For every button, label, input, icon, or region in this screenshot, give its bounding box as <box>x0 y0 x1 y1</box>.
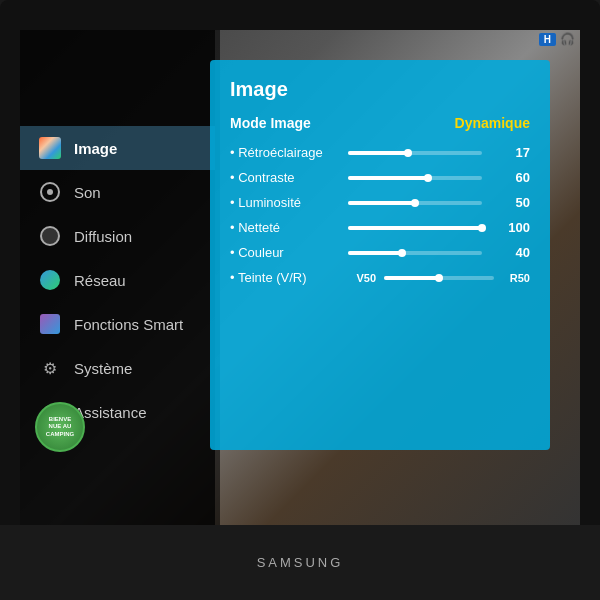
setting-value-retroeclairage: 17 <box>490 145 530 160</box>
sidebar-item-systeme[interactable]: ⚙ Système <box>20 346 215 390</box>
image-icon <box>38 136 62 160</box>
son-icon <box>38 180 62 204</box>
setting-row-teinte: Teinte (V/R) V50 R50 <box>230 270 530 285</box>
sidebar-label-systeme: Système <box>74 360 132 377</box>
slider-luminosite[interactable] <box>348 201 482 205</box>
setting-label-contraste: Contraste <box>230 170 340 185</box>
sidebar: Image Son Diffusion Réseau <box>20 30 215 530</box>
setting-row-nettete: Netteté 100 <box>230 220 530 235</box>
tv-screen: H 🎧 Image Son <box>20 30 580 530</box>
slider-couleur[interactable] <box>348 251 482 255</box>
channel-badge: H <box>539 33 556 46</box>
tv-bottom-bezel: SAMSUNG <box>0 525 600 600</box>
sidebar-label-fonctions: Fonctions Smart <box>74 316 183 333</box>
setting-label-couleur: Couleur <box>230 245 340 260</box>
setting-row-luminosite: Luminosité 50 <box>230 195 530 210</box>
sidebar-label-reseau: Réseau <box>74 272 126 289</box>
setting-row-retroeclairage: Rétroéclairage 17 <box>230 145 530 160</box>
mode-row: Mode Image Dynamique <box>230 115 530 131</box>
sidebar-item-diffusion[interactable]: Diffusion <box>20 214 215 258</box>
sidebar-item-son[interactable]: Son <box>20 170 215 214</box>
setting-left-teinte: V50 <box>348 272 376 284</box>
setting-value-couleur: 40 <box>490 245 530 260</box>
slider-contraste[interactable] <box>348 176 482 180</box>
headphone-icon: 🎧 <box>560 32 575 46</box>
sidebar-label-son: Son <box>74 184 101 201</box>
slider-nettete[interactable] <box>348 226 482 230</box>
green-badge: BIENVENUE AUCAMPING <box>35 402 85 452</box>
sidebar-label-diffusion: Diffusion <box>74 228 132 245</box>
sidebar-item-image[interactable]: Image <box>20 126 215 170</box>
samsung-logo: SAMSUNG <box>257 555 344 570</box>
setting-value-contraste: 60 <box>490 170 530 185</box>
top-bar: H 🎧 <box>539 32 575 46</box>
setting-row-couleur: Couleur 40 <box>230 245 530 260</box>
setting-value-nettete: 100 <box>490 220 530 235</box>
main-panel: Image Mode Image Dynamique Rétroéclairag… <box>210 60 550 450</box>
setting-value-luminosite: 50 <box>490 195 530 210</box>
tv-frame: H 🎧 Image Son <box>0 0 600 600</box>
setting-label-luminosite: Luminosité <box>230 195 340 210</box>
mode-label: Mode Image <box>230 115 311 131</box>
sidebar-item-fonctions[interactable]: Fonctions Smart <box>20 302 215 346</box>
sidebar-label-image: Image <box>74 140 117 157</box>
diffusion-icon <box>38 224 62 248</box>
setting-label-nettete: Netteté <box>230 220 340 235</box>
sidebar-label-assistance: Assistance <box>74 404 147 421</box>
mode-value: Dynamique <box>455 115 530 131</box>
setting-row-contraste: Contraste 60 <box>230 170 530 185</box>
slider-teinte[interactable] <box>384 276 494 280</box>
fonctions-icon <box>38 312 62 336</box>
systeme-icon: ⚙ <box>38 356 62 380</box>
setting-right-teinte: R50 <box>502 272 530 284</box>
reseau-icon <box>38 268 62 292</box>
slider-retroeclairage[interactable] <box>348 151 482 155</box>
sidebar-item-reseau[interactable]: Réseau <box>20 258 215 302</box>
setting-label-retroeclairage: Rétroéclairage <box>230 145 340 160</box>
badge-text: BIENVENUE AUCAMPING <box>46 416 74 438</box>
setting-label-teinte: Teinte (V/R) <box>230 270 340 285</box>
panel-title: Image <box>230 78 530 101</box>
